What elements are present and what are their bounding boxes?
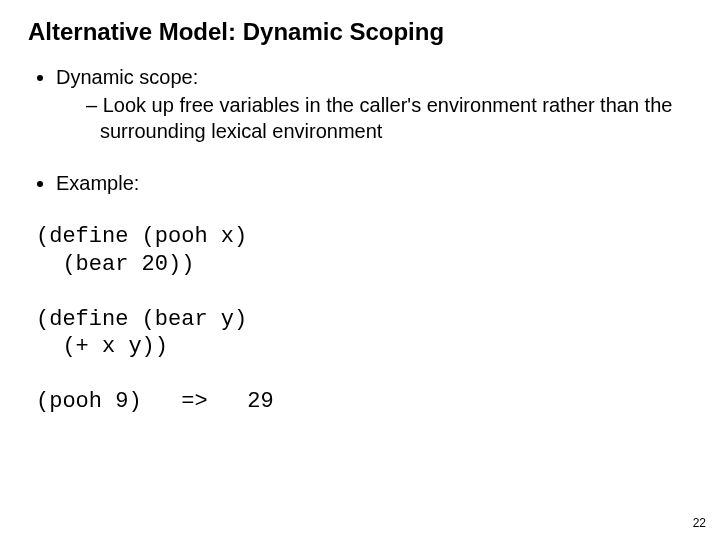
slide: Alternative Model: Dynamic Scoping Dynam… [0,0,720,540]
bullet-dynamic-scope-text: Dynamic scope: [56,66,198,88]
bullet-dynamic-scope: Dynamic scope: Look up free variables in… [56,64,692,144]
bullet-example: Example: [56,172,692,195]
subbullet-lookup: Look up free variables in the caller's e… [86,92,692,144]
code-example: (define (pooh x) (bear 20)) (define (bea… [36,223,692,416]
page-number: 22 [693,516,706,530]
example-label-list: Example: [28,172,692,195]
bullet-list: Dynamic scope: Look up free variables in… [28,64,692,144]
subbullet-list: Look up free variables in the caller's e… [86,92,692,144]
slide-title: Alternative Model: Dynamic Scoping [28,18,692,46]
